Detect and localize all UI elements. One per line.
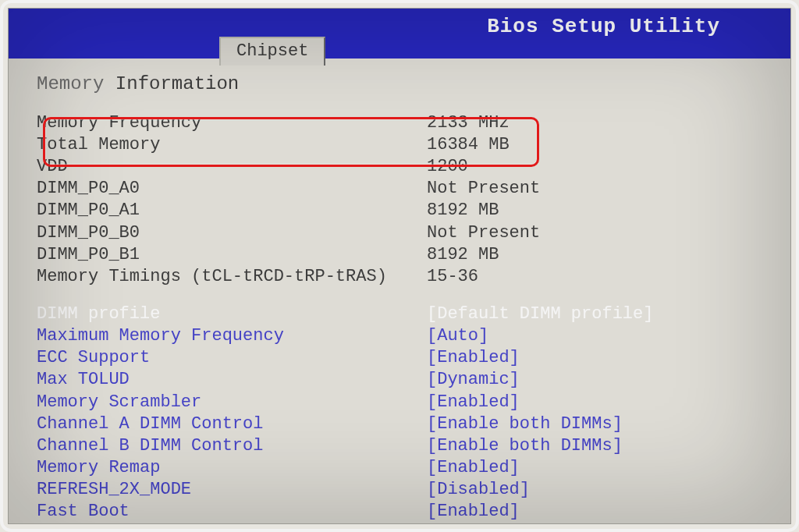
setting-label: Memory Remap [37,457,427,479]
info-label: DIMM_P0_A1 [37,200,427,222]
section-heading: Memory Information [37,73,769,97]
info-value: Not Present [427,222,769,244]
info-value: 2133 MHz [427,112,769,134]
info-value: 8192 MB [427,244,769,266]
setting-row[interactable]: Channel A DIMM Control [Enable both DIMM… [37,413,769,435]
setting-label: Channel A DIMM Control [37,413,427,435]
info-label: VDD [37,156,427,178]
bios-screen: Bios Setup Utility Chipset Memory Inform… [8,8,791,524]
info-value: 16384 MB [427,134,769,156]
info-row: DIMM_P0_B0 Not Present [37,222,769,244]
info-value: Not Present [427,178,769,200]
info-label: Total Memory [37,134,427,156]
info-label: DIMM_P0_B0 [37,222,427,244]
info-row: Memory Timings (tCL-tRCD-tRP-tRAS) 15-36 [37,266,769,288]
header-bar: Bios Setup Utility Chipset [9,9,790,59]
dimm-profile-heading: DIMM profile [Default DIMM profile] [37,303,769,325]
section-prefix: Memory [37,73,104,94]
info-row: VDD 1200 [37,156,769,178]
info-label: Memory Frequency [37,112,427,134]
setting-label: Channel B DIMM Control [37,435,427,457]
setting-value: [Enabled] [427,457,769,479]
info-label: DIMM_P0_A0 [37,178,427,200]
setting-label: Memory Scrambler [37,392,427,413]
section-title: Information [115,73,239,94]
info-value: 1200 [427,156,769,178]
info-label: DIMM_P0_B1 [37,244,427,266]
info-row: DIMM_P0_A0 Not Present [37,178,769,200]
setting-row[interactable]: Max TOLUD [Dynamic] [37,369,769,391]
info-row: Memory Frequency 2133 MHz [37,112,769,134]
setting-value: [Enabled] [427,392,769,413]
setting-label: ECC Support [37,347,427,369]
setting-value: [Enable both DIMMs] [427,413,769,435]
setting-value: [Disabled] [427,479,769,501]
setting-label: Maximum Memory Frequency [37,325,427,347]
info-row: DIMM_P0_B1 8192 MB [37,244,769,266]
setting-row[interactable]: Memory Scrambler [Enabled] [37,392,769,413]
setting-value: [Enabled] [427,347,769,369]
profile-head-right: [Default DIMM profile] [427,303,769,325]
setting-value: [Enable both DIMMs] [427,435,769,457]
profile-head-left: DIMM profile [37,303,427,325]
app-title: Bios Setup Utility [487,15,720,38]
setting-row[interactable]: Channel B DIMM Control [Enable both DIMM… [37,435,769,457]
info-value: 15-36 [427,266,769,288]
setting-value: [Dynamic] [427,369,769,391]
setting-value: [Auto] [427,325,769,347]
setting-row[interactable]: Maximum Memory Frequency [Auto] [37,325,769,347]
setting-row[interactable]: REFRESH_2X_MODE [Disabled] [37,479,769,501]
tab-chipset[interactable]: Chipset [219,37,325,66]
setting-label: REFRESH_2X_MODE [37,479,427,501]
setting-label: Fast Boot [37,501,427,523]
content-area: Memory Information Memory Frequency 2133… [9,59,790,524]
info-label: Memory Timings (tCL-tRCD-tRP-tRAS) [37,266,427,288]
setting-row[interactable]: ECC Support [Enabled] [37,347,769,369]
info-value: 8192 MB [427,200,769,222]
setting-label: Max TOLUD [37,369,427,391]
setting-row[interactable]: Memory Remap [Enabled] [37,457,769,479]
setting-value: [Enabled] [427,501,769,523]
info-row: DIMM_P0_A1 8192 MB [37,200,769,222]
info-row: Total Memory 16384 MB [37,134,769,156]
setting-row[interactable]: Fast Boot [Enabled] [37,501,769,523]
